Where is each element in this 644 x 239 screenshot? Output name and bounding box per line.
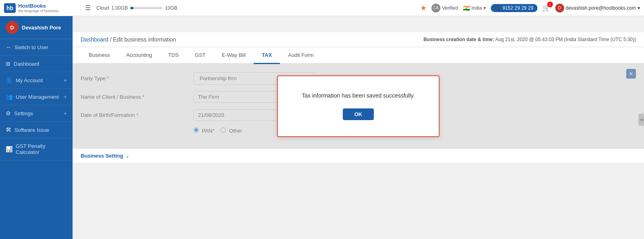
my-account-plus-icon: + (64, 77, 67, 83)
breadcrumb-separator: / (110, 36, 113, 43)
creation-value: Aug 21st, 2020 @ 05:43:03 PM (India Stan… (495, 37, 636, 42)
settings-icon: ⚙ (6, 110, 11, 116)
sidebar-item-my-account[interactable]: 👤 My Account + (0, 72, 73, 89)
india-selector[interactable]: 🇮🇳 India ▾ (463, 5, 486, 11)
nav-right: ★ CA Verified 🇮🇳 India ▾ 📞 9152 29 29 29… (420, 4, 640, 12)
sidebar-username: Devashish Pore (22, 25, 61, 31)
form-section: ✕ Party Type * Individual Partnership fi… (73, 64, 644, 148)
modal-box: Tax information has been saved successfu… (277, 75, 440, 137)
sidebar-item-user-management[interactable]: 👥 User Management + (0, 89, 73, 105)
switch-user-icon: ↔ (6, 44, 11, 50)
cart-badge: 0 (547, 2, 553, 7)
modal-message: Tax information has been saved successfu… (302, 92, 415, 99)
modal-ok-button[interactable]: OK (343, 108, 374, 120)
logo-brand: HostBooks the language of business (18, 3, 58, 13)
tab-accounting[interactable]: Accounting (118, 47, 160, 64)
sidebar-item-user-management-label: User Management (16, 94, 59, 100)
phone-icon: 📞 (495, 5, 501, 11)
india-label: India (471, 5, 482, 11)
sidebar-avatar: D (6, 21, 19, 34)
verified-label: Verified (442, 5, 458, 11)
user-menu-btn[interactable]: D devashish.pore@hostbooks.com ▾ (555, 4, 640, 12)
tab-tax[interactable]: TAX (254, 47, 280, 64)
phone-number: 9152 29 29 29 (502, 5, 534, 11)
sidebar-item-gst-penalty[interactable]: 📊 GST Penalty Calculator (0, 138, 73, 160)
sidebar-item-switch-to-user[interactable]: ↔ Switch to User (0, 39, 73, 56)
sidebar-item-software-issue[interactable]: 🛠 Software Issue (0, 122, 73, 138)
user-management-icon: 👥 (6, 94, 13, 100)
india-chevron-icon: ▾ (484, 5, 486, 11)
content-header: Dashboard / Edit business information Bu… (73, 32, 644, 47)
tab-audit-form[interactable]: Audit Form (280, 47, 322, 64)
user-management-plus-icon: + (64, 94, 67, 100)
business-setting-label: Business Setting (81, 153, 123, 159)
cloud-total: 10GB (165, 5, 177, 11)
tab-business[interactable]: Business (81, 47, 118, 64)
sidebar-item-switch-label: Switch to User (15, 44, 48, 50)
hamburger-icon[interactable]: ☰ (85, 4, 91, 12)
creation-label: Business creation date & time: (423, 37, 494, 42)
sidebar-item-gst-penalty-label: GST Penalty Calculator (16, 143, 67, 155)
business-setting-chevron-icon: ⌄ (125, 153, 129, 159)
business-setting-bar[interactable]: Business Setting ⌄ (73, 148, 644, 163)
cloud-info: Cloud 1.00GB 10GB (96, 5, 177, 11)
sidebar-item-settings[interactable]: ⚙ Settings + (0, 105, 73, 122)
breadcrumb-dashboard-link[interactable]: Dashboard (81, 36, 108, 43)
my-account-icon: 👤 (6, 77, 13, 83)
main-content: Dashboard / Edit business information Bu… (73, 32, 644, 239)
tab-eway-bill[interactable]: E-Way Bill (214, 47, 254, 64)
storage-progress-bar (130, 7, 163, 9)
breadcrumb-current: Edit business information (113, 36, 176, 43)
settings-plus-icon: + (64, 110, 67, 116)
sidebar-item-software-issue-label: Software Issue (15, 127, 49, 133)
flag-icon: 🇮🇳 (463, 5, 470, 11)
creation-info: Business creation date & time: Aug 21st,… (423, 37, 636, 42)
dashboard-icon: ⊞ (6, 60, 10, 67)
sidebar-item-dashboard-label: Dashboard (14, 61, 40, 67)
verified-badge: CA Verified (431, 4, 458, 12)
add-client-btn[interactable]: ★ (420, 4, 427, 12)
sidebar-item-dashboard[interactable]: ⊞ Dashboard (0, 56, 73, 72)
user-avatar-small: D (555, 4, 564, 12)
breadcrumb: Dashboard / Edit business information (81, 36, 176, 43)
ca-icon: CA (431, 4, 440, 12)
cart-btn[interactable]: 🛒 0 (542, 4, 550, 12)
modal-overlay: Tax information has been saved successfu… (73, 64, 644, 148)
tab-gst[interactable]: GST (187, 47, 214, 64)
user-dropdown-icon: ▾ (638, 5, 640, 11)
sidebar: D Devashish Pore ↔ Switch to User ⊞ Dash… (0, 16, 73, 239)
phone-btn[interactable]: 📞 9152 29 29 29 (491, 4, 538, 12)
gst-penalty-icon: 📊 (6, 146, 13, 152)
cloud-used: 1.00GB (111, 5, 128, 11)
nav-divider (81, 3, 81, 13)
storage-progress-fill (130, 7, 133, 9)
top-navbar: hb HostBooks the language of business ☰ … (0, 0, 644, 16)
software-issue-icon: 🛠 (6, 127, 11, 133)
user-email: devashish.pore@hostbooks.com (566, 5, 636, 11)
sidebar-item-settings-label: Settings (14, 110, 33, 116)
sidebar-item-my-account-label: My Account (16, 77, 43, 83)
logo-area: hb HostBooks the language of business (4, 3, 77, 13)
logo-icon: hb (4, 3, 16, 13)
tabs-bar: Business Accounting TDS GST E-Way Bill T… (73, 47, 644, 64)
tab-tds[interactable]: TDS (160, 47, 187, 64)
sidebar-user: D Devashish Pore (0, 16, 73, 39)
cloud-label: Cloud (96, 5, 109, 11)
